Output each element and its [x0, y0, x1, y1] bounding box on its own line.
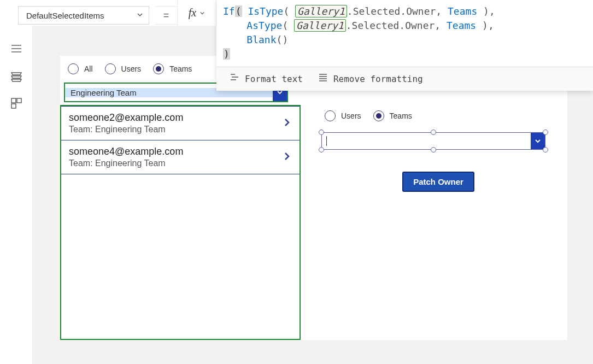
- radio-label: Teams: [169, 64, 192, 73]
- gallery-item[interactable]: someone4@example.com Team: Engineering T…: [61, 140, 300, 174]
- remove-formatting-label: Remove formatting: [333, 72, 423, 86]
- text-cursor: [326, 136, 327, 146]
- hamburger-icon[interactable]: [10, 42, 23, 55]
- equals-sign: =: [155, 6, 177, 25]
- radio-label: All: [84, 64, 93, 73]
- format-text-label: Format text: [245, 72, 303, 86]
- radio-label: Users: [121, 64, 142, 73]
- svg-rect-10: [11, 98, 16, 103]
- formula-line: AsType( Gallery1.Selected.Owner, Teams )…: [223, 19, 586, 33]
- formula-line: ): [223, 47, 586, 61]
- formula-toolbar: Format text Remove formatting: [216, 67, 593, 91]
- resize-handle[interactable]: [543, 130, 548, 135]
- left-column: All Users Teams Engineering Team someone…: [60, 56, 301, 340]
- right-radio-group[interactable]: Users Teams: [317, 106, 560, 126]
- gallery[interactable]: someone2@example.com Team: Engineering T…: [60, 105, 301, 340]
- selected-combobox-control[interactable]: [317, 128, 560, 152]
- chevron-down-icon: [199, 10, 205, 16]
- chevron-down-icon: [131, 10, 149, 20]
- svg-rect-12: [11, 104, 16, 108]
- radio-users[interactable]: [325, 110, 336, 121]
- chevron-down-icon[interactable]: [531, 133, 545, 149]
- format-text-button[interactable]: Format text: [230, 72, 303, 86]
- formula-line: If( IsType( Gallery1.Selected.Owner, Tea…: [223, 4, 586, 19]
- chevron-right-icon[interactable]: [282, 151, 292, 163]
- resize-handle[interactable]: [431, 130, 436, 135]
- fx-dropdown[interactable]: fx: [177, 0, 216, 26]
- resize-handle[interactable]: [543, 147, 548, 152]
- remove-formatting-button[interactable]: Remove formatting: [318, 72, 423, 86]
- property-dropdown-value: DefaultSelectedItems: [19, 11, 131, 20]
- gallery-item-title: someone2@example.com: [69, 112, 282, 124]
- gallery-item[interactable]: someone2@example.com Team: Engineering T…: [61, 106, 300, 140]
- resize-handle[interactable]: [319, 147, 324, 152]
- svg-rect-11: [17, 98, 21, 103]
- radio-teams[interactable]: [153, 63, 164, 74]
- gallery-item-subtitle: Team: Engineering Team: [69, 158, 282, 168]
- radio-users[interactable]: [105, 63, 116, 74]
- radio-all[interactable]: [68, 63, 79, 74]
- formula-bar[interactable]: If( IsType( Gallery1.Selected.Owner, Tea…: [216, 0, 593, 91]
- radio-label: Users: [341, 111, 361, 120]
- gallery-item-title: someone4@example.com: [69, 146, 282, 157]
- resize-handle[interactable]: [319, 130, 324, 135]
- right-column: Users Teams Patch Owner: [317, 106, 560, 192]
- screen[interactable]: All Users Teams Engineering Team someone…: [60, 56, 567, 340]
- left-rail: [0, 26, 33, 364]
- formula-line: Blank(): [223, 33, 586, 47]
- tree-view-icon[interactable]: [10, 69, 23, 83]
- resize-handle[interactable]: [431, 147, 436, 152]
- fx-label: fx: [189, 7, 196, 19]
- components-icon[interactable]: [10, 97, 23, 110]
- patch-owner-button[interactable]: Patch Owner: [402, 172, 474, 192]
- radio-label: Teams: [390, 111, 412, 120]
- property-dropdown[interactable]: DefaultSelectedItems: [18, 6, 149, 25]
- format-text-icon: [230, 72, 239, 86]
- chevron-right-icon[interactable]: [282, 118, 292, 130]
- gallery-item-subtitle: Team: Engineering Team: [69, 125, 282, 134]
- remove-formatting-icon: [318, 72, 328, 86]
- radio-teams[interactable]: [373, 110, 384, 121]
